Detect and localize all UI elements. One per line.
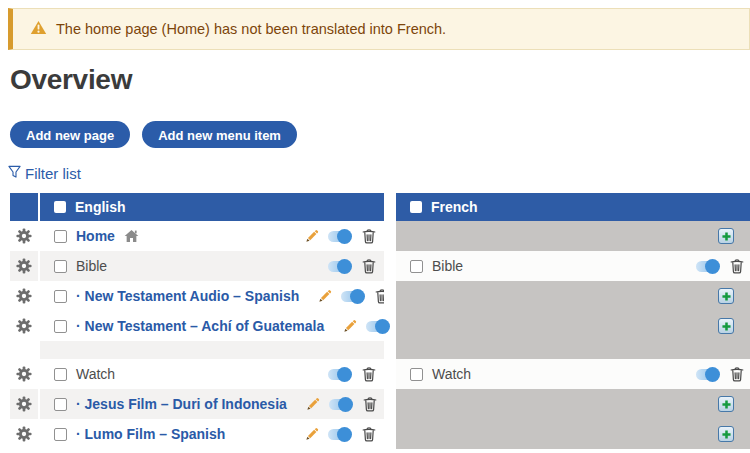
gear-icon[interactable]	[16, 366, 32, 382]
add-translation-icon[interactable]	[718, 426, 734, 442]
add-new-menu-item-button[interactable]: Add new menu item	[142, 121, 297, 148]
add-translation-icon[interactable]	[718, 228, 734, 244]
row-checkbox[interactable]	[54, 290, 67, 303]
page-title: Overview	[10, 64, 750, 96]
home-icon	[124, 229, 139, 243]
table-body: HomeBibleBible· New Testament Audio – Sp…	[10, 221, 750, 449]
row-settings-cell	[10, 419, 38, 449]
row-settings-cell	[10, 221, 38, 251]
french-cell: Watch	[396, 359, 750, 389]
toggle-knob	[375, 319, 390, 334]
visibility-toggle[interactable]	[328, 261, 350, 272]
add-translation-icon[interactable]	[718, 288, 734, 304]
table-row: Home	[10, 221, 750, 251]
table-header-row: English French	[10, 193, 750, 221]
filter-list-label: Filter list	[25, 165, 81, 182]
visibility-toggle[interactable]	[328, 429, 350, 440]
row-settings-cell	[10, 341, 38, 359]
page-title-link[interactable]: · New Testament – Achí of Guatemala	[76, 318, 324, 334]
row-settings-cell	[10, 389, 38, 419]
pencil-icon[interactable]	[304, 427, 319, 442]
french-cell	[396, 419, 750, 449]
row-checkbox[interactable]	[410, 260, 423, 273]
add-new-page-button[interactable]: Add new page	[10, 121, 130, 148]
trash-icon[interactable]	[362, 258, 376, 274]
select-all-english-checkbox[interactable]	[54, 201, 66, 213]
pencil-icon[interactable]	[317, 289, 332, 304]
english-cell: · Lumo Film – Spanish	[40, 419, 384, 449]
french-column-header: French	[396, 193, 750, 221]
visibility-toggle[interactable]	[366, 321, 388, 332]
visibility-toggle[interactable]	[328, 369, 350, 380]
french-cell	[396, 221, 750, 251]
table-row	[10, 341, 750, 359]
gear-icon[interactable]	[16, 318, 32, 334]
warning-triangle-icon	[30, 20, 47, 39]
menu-item-label: Watch	[432, 366, 471, 382]
row-settings-cell	[10, 251, 38, 281]
pencil-icon[interactable]	[342, 319, 357, 334]
select-all-french-checkbox[interactable]	[410, 201, 422, 213]
gear-icon[interactable]	[16, 396, 32, 412]
row-checkbox[interactable]	[54, 368, 67, 381]
trash-icon[interactable]	[362, 366, 376, 382]
row-checkbox[interactable]	[54, 320, 67, 333]
visibility-toggle[interactable]	[328, 231, 350, 242]
english-cell: · New Testament – Achí of Guatemala	[40, 311, 384, 341]
french-cell	[396, 311, 750, 341]
filter-funnel-icon	[8, 165, 21, 182]
row-checkbox[interactable]	[54, 428, 67, 441]
add-translation-icon[interactable]	[718, 396, 734, 412]
gear-icon[interactable]	[16, 288, 32, 304]
gear-icon[interactable]	[16, 426, 32, 442]
toggle-knob	[705, 259, 720, 274]
french-cell	[396, 281, 750, 311]
toggle-knob	[337, 367, 352, 382]
trash-icon[interactable]	[730, 366, 744, 382]
page-title-link[interactable]: · New Testament Audio – Spanish	[76, 288, 299, 304]
toggle-knob	[337, 427, 352, 442]
menu-item-label: Bible	[432, 258, 463, 274]
english-cell: · Jesus Film – Duri of Indonesia	[40, 389, 384, 419]
warning-banner-text: The home page (Home) has not been transl…	[56, 21, 446, 37]
row-settings-cell	[10, 281, 38, 311]
row-checkbox[interactable]	[54, 260, 67, 273]
row-checkbox[interactable]	[54, 398, 67, 411]
english-column-label: English	[75, 199, 126, 215]
toolbar: Add new page Add new menu item	[10, 121, 750, 148]
settings-column-header	[10, 193, 38, 221]
page-title-link[interactable]: Home	[76, 228, 115, 244]
gear-icon[interactable]	[16, 228, 32, 244]
trash-icon[interactable]	[730, 258, 744, 274]
row-settings-cell	[10, 311, 38, 341]
english-cell: · New Testament Audio – Spanish	[40, 281, 384, 311]
page-title-link[interactable]: · Lumo Film – Spanish	[76, 426, 225, 442]
toggle-knob	[350, 289, 365, 304]
english-cell: Bible	[40, 251, 384, 281]
row-checkbox[interactable]	[54, 230, 67, 243]
add-translation-icon[interactable]	[718, 318, 734, 334]
row-checkbox[interactable]	[410, 368, 423, 381]
page-title-link[interactable]: · Jesus Film – Duri of Indonesia	[76, 396, 287, 412]
table-row: · Jesus Film – Duri of Indonesia	[10, 389, 750, 419]
menu-item-label: Watch	[76, 366, 115, 382]
visibility-toggle[interactable]	[696, 261, 718, 272]
trash-icon[interactable]	[362, 228, 376, 244]
english-cell: Home	[40, 221, 384, 251]
pencil-icon[interactable]	[305, 397, 320, 412]
english-cell: Watch	[40, 359, 384, 389]
filter-list-link[interactable]: Filter list	[8, 165, 81, 182]
table-row: · Lumo Film – Spanish	[10, 419, 750, 449]
english-cell	[40, 341, 384, 359]
trash-icon[interactable]	[363, 396, 377, 412]
english-column-header: English	[40, 193, 384, 221]
table-row: BibleBible	[10, 251, 750, 281]
visibility-toggle[interactable]	[341, 291, 363, 302]
pencil-icon[interactable]	[304, 229, 319, 244]
trash-icon[interactable]	[362, 426, 376, 442]
visibility-toggle[interactable]	[696, 369, 718, 380]
table-row: WatchWatch	[10, 359, 750, 389]
french-cell: Bible	[396, 251, 750, 281]
visibility-toggle[interactable]	[329, 399, 351, 410]
gear-icon[interactable]	[16, 258, 32, 274]
